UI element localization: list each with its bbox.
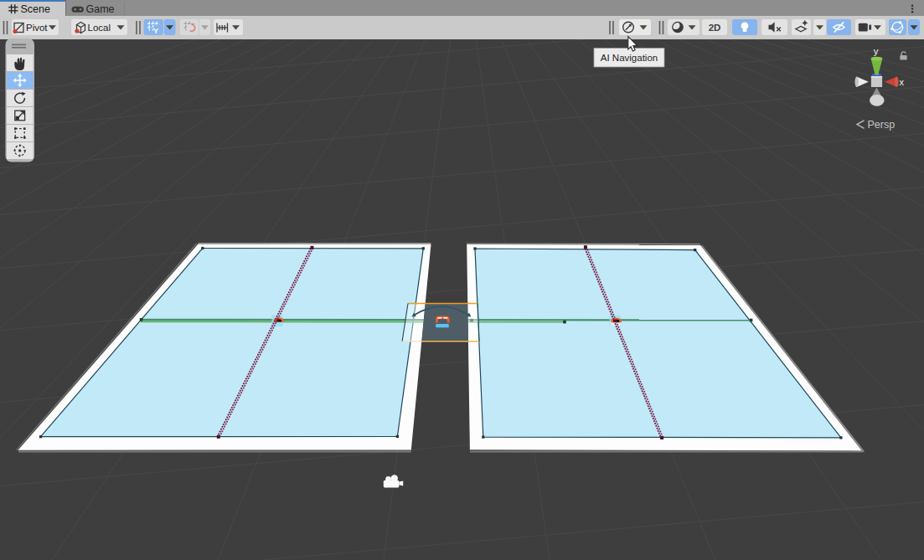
svg-text:y: y bbox=[874, 46, 879, 56]
svg-text:Y: Y bbox=[153, 26, 159, 35]
svg-text:Scene: Scene bbox=[21, 3, 50, 15]
svg-text:Pivot: Pivot bbox=[26, 23, 48, 33]
svg-text:Game: Game bbox=[86, 3, 115, 15]
svg-text:AI Navigation: AI Navigation bbox=[601, 53, 658, 63]
svg-text:Local: Local bbox=[88, 23, 111, 33]
svg-text:Persp: Persp bbox=[868, 119, 896, 131]
svg-text:2D: 2D bbox=[709, 23, 721, 33]
svg-text:x: x bbox=[900, 77, 905, 87]
